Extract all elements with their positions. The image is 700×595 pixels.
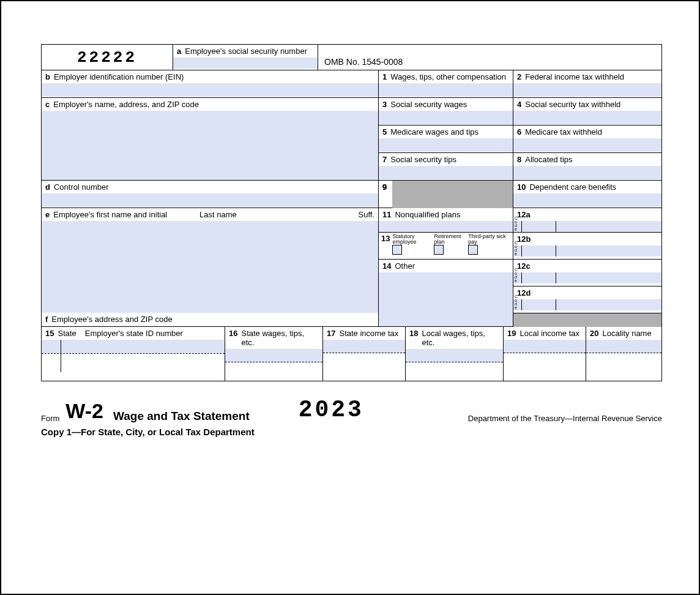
box-10-input[interactable] bbox=[513, 193, 661, 207]
box-12d: 12d Code bbox=[513, 286, 661, 313]
box-3-input[interactable] bbox=[379, 111, 513, 124]
box-e-address-fill[interactable] bbox=[42, 232, 378, 313]
box-11: 11Nonqualified plans bbox=[379, 208, 513, 233]
box-16-input-1[interactable] bbox=[225, 349, 322, 362]
box-2: 2Federal income tax withheld bbox=[513, 70, 661, 98]
box-19-input-2[interactable] bbox=[504, 353, 586, 372]
box-d-input[interactable] bbox=[42, 193, 378, 207]
box-1: 1Wages, tips, other compensation bbox=[379, 70, 513, 98]
box-a-input[interactable] bbox=[173, 58, 318, 69]
omb-label: OMB No. 1545-0008 bbox=[318, 45, 661, 70]
box-5: 5Medicare wages and tips bbox=[379, 125, 513, 153]
box-20-input-1[interactable] bbox=[586, 340, 661, 353]
box-4-input[interactable] bbox=[513, 111, 661, 124]
box-e-suff-input[interactable] bbox=[351, 221, 378, 232]
form-year: 2023 bbox=[299, 397, 364, 423]
form-name: W-2 bbox=[65, 399, 103, 423]
box-3: 3Social security wages bbox=[379, 98, 513, 125]
box-14-input[interactable] bbox=[379, 272, 513, 326]
box-10: 10Dependent care benefits bbox=[513, 181, 661, 208]
box-b: bEmployer identification number (EIN) bbox=[42, 70, 379, 98]
box-12a-input[interactable] bbox=[513, 221, 661, 232]
box-20-input-2[interactable] bbox=[586, 353, 661, 372]
box-1-input[interactable] bbox=[379, 83, 513, 97]
box-5-input[interactable] bbox=[379, 138, 513, 152]
box-c-input[interactable] bbox=[42, 111, 378, 180]
copy-label: Copy 1—For State, City, or Local Tax Dep… bbox=[41, 427, 662, 437]
box-8: 8Allocated tips bbox=[513, 153, 661, 181]
box-7: 7Social security tips bbox=[379, 153, 513, 181]
form-label: Form bbox=[41, 414, 59, 423]
box-d: dControl number bbox=[42, 181, 379, 208]
box-b-input[interactable] bbox=[42, 83, 378, 97]
box-13: 13 Statutory employee Retirement plan bbox=[379, 233, 513, 260]
box-15-ein-input-1[interactable] bbox=[61, 340, 225, 353]
box-2-input[interactable] bbox=[513, 83, 661, 97]
box-12c-input[interactable] bbox=[513, 272, 661, 283]
box-f-label: Employee's address and ZIP code bbox=[51, 315, 172, 324]
box-e-last-input[interactable] bbox=[196, 221, 351, 232]
box-15-state-input-1[interactable] bbox=[42, 340, 61, 353]
box-4: 4Social security tax withheld bbox=[513, 98, 661, 125]
box-7-input[interactable] bbox=[379, 166, 513, 179]
box-12d-input[interactable] bbox=[513, 299, 661, 310]
box-17-input-1[interactable] bbox=[323, 340, 405, 353]
box-9: 9 9 bbox=[379, 181, 513, 208]
dept-label: Department of the Treasury—Internal Reve… bbox=[468, 414, 662, 423]
chk-statutory[interactable] bbox=[392, 245, 402, 255]
chk-sickpay[interactable] bbox=[468, 245, 478, 255]
box-e-first-input[interactable] bbox=[42, 221, 196, 232]
form-title: Wage and Tax Statement bbox=[113, 410, 250, 423]
box-12a: 12a Code bbox=[513, 208, 661, 233]
box-15-state-input-2[interactable] bbox=[42, 354, 61, 372]
box-6: 6Medicare tax withheld bbox=[513, 125, 661, 153]
box-12b: 12b Code bbox=[513, 233, 661, 260]
box-6-input[interactable] bbox=[513, 138, 661, 152]
box-c: cEmployer's name, address, and ZIP code bbox=[42, 98, 379, 181]
box-12b-input[interactable] bbox=[513, 245, 661, 256]
box-19-input-1[interactable] bbox=[504, 340, 586, 353]
box-a: aEmployee's social security number bbox=[173, 45, 318, 70]
box-14: 14Other bbox=[379, 260, 513, 327]
page-frame: 22222 aEmployee's social security number… bbox=[0, 0, 700, 595]
box-12c: 12c Code bbox=[513, 260, 661, 286]
form-footer: Form W-2 Wage and Tax Statement 2023 Dep… bbox=[41, 397, 662, 437]
box-8-input[interactable] bbox=[513, 166, 661, 179]
chk-retirement[interactable] bbox=[434, 245, 444, 255]
gray-below-12d bbox=[513, 313, 661, 327]
box-11-input[interactable] bbox=[379, 221, 513, 232]
code-22222: 22222 bbox=[42, 45, 173, 70]
box-18-input-1[interactable] bbox=[406, 349, 503, 362]
box-17-input-2[interactable] bbox=[323, 353, 405, 372]
box-16-input-2[interactable] bbox=[225, 362, 322, 381]
form-w2: 22222 aEmployee's social security number… bbox=[41, 44, 662, 381]
box-15-ein-input-2[interactable] bbox=[61, 354, 225, 372]
box-18-input-2[interactable] bbox=[406, 362, 503, 381]
